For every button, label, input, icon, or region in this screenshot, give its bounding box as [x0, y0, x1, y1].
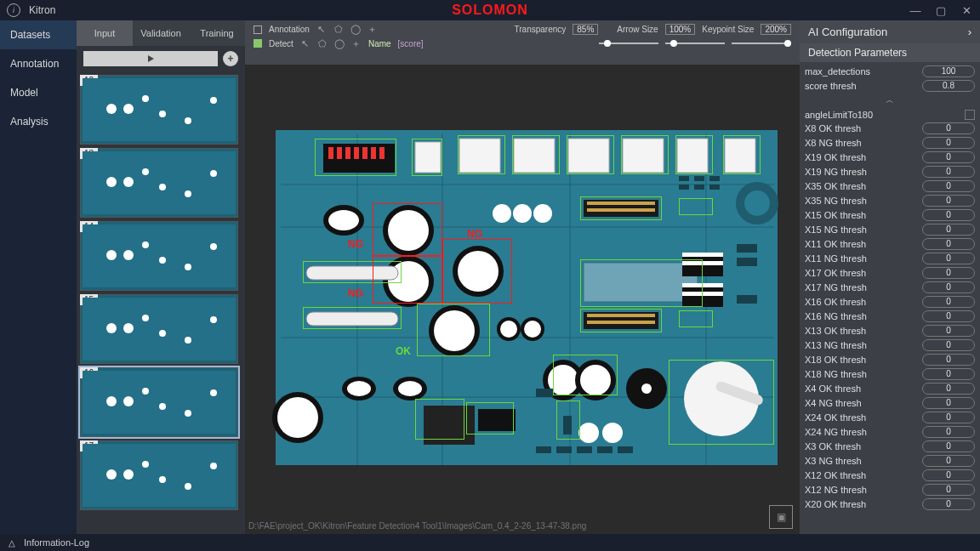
circle-tool-icon-2[interactable]: ◯ — [334, 38, 345, 48]
svg-point-62 — [602, 423, 623, 443]
collapse-icon[interactable]: ︿ — [805, 93, 975, 108]
param-value[interactable]: 0 — [922, 498, 975, 510]
param-value[interactable]: 0 — [922, 354, 975, 366]
canvas-viewport[interactable]: NGNGNGOK — [245, 65, 800, 534]
detection-params-title: Detection Parameters — [800, 43, 980, 62]
param-value[interactable]: 0 — [922, 209, 975, 221]
param-value[interactable]: 0 — [922, 325, 975, 337]
param-value[interactable]: 0 — [922, 195, 975, 207]
param-value[interactable]: 0 — [922, 267, 975, 279]
information-log-label[interactable]: Information-Log — [24, 537, 89, 548]
name-toggle[interactable]: Name — [368, 39, 391, 48]
arrow-tool-icon-2[interactable]: ↖ — [300, 38, 311, 48]
nav-datasets[interactable]: Datasets — [0, 20, 77, 49]
thumbnail-item[interactable]: 15 — [80, 294, 242, 364]
thumbnail-item[interactable]: 13 — [80, 148, 242, 218]
ok-detection-box — [556, 400, 580, 440]
slider-3[interactable] — [732, 43, 791, 44]
arrow-size-label: Arrow Size — [617, 25, 658, 34]
nav-model[interactable]: Model — [0, 78, 77, 107]
param-value[interactable]: 0 — [922, 368, 975, 380]
svg-rect-73 — [709, 185, 720, 190]
param-value[interactable]: 0 — [922, 253, 975, 264]
param-value[interactable]: 0 — [922, 224, 975, 236]
ok-detection-box — [669, 360, 774, 445]
score-toggle[interactable]: [score] — [398, 39, 424, 48]
param-value[interactable]: 0 — [922, 484, 975, 496]
detection-label: NG — [467, 228, 482, 240]
param-value[interactable]: 0 — [922, 137, 975, 149]
expand-log-icon[interactable]: △ — [9, 538, 15, 548]
param-value[interactable]: 0 — [922, 469, 975, 481]
ai-config-body[interactable]: max_detections100score thresh0.8︿angleLi… — [800, 62, 980, 534]
slider-1[interactable] — [599, 43, 658, 44]
ok-detection-box: OK — [417, 304, 490, 356]
svg-point-33 — [524, 321, 541, 338]
chevron-right-icon[interactable]: › — [968, 26, 971, 38]
close-icon[interactable]: ✕ — [960, 4, 973, 17]
param-value[interactable]: 0 — [922, 397, 975, 409]
param-value[interactable]: 0 — [922, 166, 975, 178]
thumbnail-list[interactable]: 121314151617 — [77, 71, 245, 534]
slider-2[interactable] — [665, 43, 725, 44]
param-row: X17 OK thresh0 — [805, 265, 975, 280]
param-value[interactable]: 0 — [922, 238, 975, 250]
circle-tool-icon[interactable]: ◯ — [350, 25, 361, 35]
param-value[interactable]: 0 — [922, 281, 975, 293]
svg-point-28 — [513, 204, 532, 223]
maximize-icon[interactable]: ▢ — [934, 4, 948, 17]
add-tool-icon[interactable]: ＋ — [368, 25, 378, 35]
param-value[interactable]: 0 — [922, 310, 975, 322]
param-value[interactable]: 0 — [922, 383, 975, 395]
info-icon[interactable]: i — [7, 3, 20, 17]
param-value[interactable]: 0 — [922, 296, 975, 308]
param-value[interactable]: 0.8 — [922, 80, 975, 92]
detection-label: NG — [348, 238, 363, 250]
param-label: max_detections — [805, 66, 870, 77]
add-tool-icon-2[interactable]: ＋ — [351, 38, 362, 48]
param-label: X24 NG thresh — [805, 427, 867, 437]
param-row: X8 NG thresh0 — [805, 135, 975, 150]
param-value[interactable]: 0 — [922, 412, 975, 423]
nav-annotation[interactable]: Annotation — [0, 49, 77, 78]
param-label: X20 OK thresh — [805, 499, 866, 509]
keypoint-size-value[interactable]: 200% — [761, 24, 791, 35]
param-row: X12 OK thresh0 — [805, 468, 975, 482]
param-row: X3 OK thresh0 — [805, 439, 975, 453]
add-button[interactable]: + — [223, 51, 238, 66]
param-value[interactable]: 0 — [922, 455, 975, 467]
param-value[interactable]: 0 — [922, 122, 975, 134]
param-label: X15 NG thresh — [805, 224, 867, 235]
param-value[interactable]: 0 — [922, 339, 975, 351]
tab-input[interactable]: Input — [77, 20, 133, 46]
fit-zoom-icon[interactable]: ▣ — [769, 505, 793, 529]
nav-analysis[interactable]: Analysis — [0, 107, 77, 136]
param-value[interactable]: 100 — [922, 65, 975, 77]
detect-checkbox[interactable] — [254, 39, 262, 48]
thumbnail-item[interactable]: 14 — [80, 221, 242, 291]
svg-point-64 — [641, 383, 652, 394]
param-value[interactable]: 0 — [922, 180, 975, 192]
arrow-tool-icon[interactable]: ↖ — [316, 25, 327, 35]
minimize-icon[interactable]: — — [909, 4, 922, 17]
thumbnail-item[interactable]: 16 — [80, 367, 242, 437]
play-button[interactable] — [83, 51, 218, 66]
transparency-value[interactable]: 85% — [573, 24, 598, 35]
param-value[interactable]: 0 — [922, 426, 975, 438]
annotation-checkbox[interactable] — [254, 26, 262, 34]
polygon-tool-icon[interactable]: ⬠ — [333, 25, 344, 35]
angle-checkbox[interactable] — [965, 110, 975, 120]
thumbnail-item[interactable]: 12 — [80, 75, 242, 145]
ok-detection-box — [567, 135, 614, 174]
param-value[interactable]: 0 — [922, 151, 975, 163]
ai-config-panel: AI Configuration › Detection Parameters … — [800, 20, 980, 534]
param-row: X18 NG thresh0 — [805, 366, 975, 381]
arrow-size-value[interactable]: 100% — [665, 24, 696, 35]
tab-validation[interactable]: Validation — [133, 20, 189, 46]
transparency-label: Transparency — [515, 25, 567, 34]
thumbnail-item[interactable]: 17 — [80, 440, 242, 510]
svg-rect-45 — [682, 253, 723, 257]
tab-training[interactable]: Training — [189, 20, 245, 46]
polygon-tool-icon-2[interactable]: ⬠ — [317, 38, 328, 48]
param-value[interactable]: 0 — [922, 440, 975, 452]
